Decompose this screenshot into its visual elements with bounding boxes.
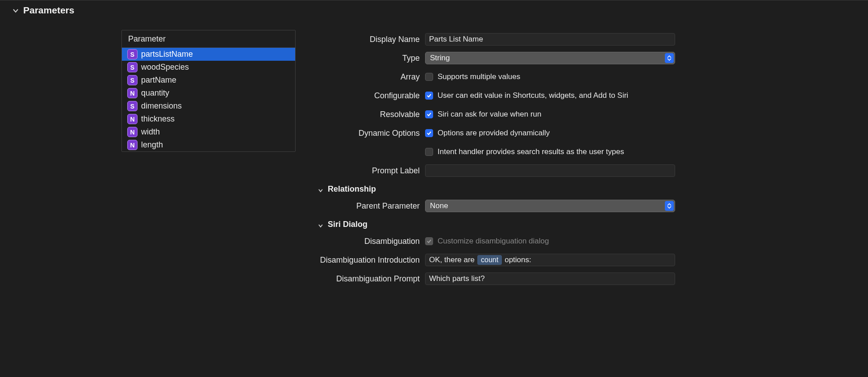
disambiguation-intro-pre: OK, there are bbox=[429, 256, 475, 264]
relationship-subsection-header[interactable]: Relationship bbox=[318, 180, 831, 197]
configurable-checkbox-label: User can edit value in Shortcuts, widget… bbox=[438, 91, 628, 100]
disambiguation-prompt-label: Disambiguation Prompt bbox=[318, 274, 425, 284]
display-name-input[interactable]: Parts List Name bbox=[425, 33, 675, 46]
select-stepper-icon bbox=[665, 201, 674, 211]
type-badge-icon: S bbox=[127, 101, 138, 111]
parameter-row-woodSpecies[interactable]: SwoodSpecies bbox=[122, 61, 295, 74]
disambiguation-prompt-input[interactable]: Which parts list? bbox=[425, 272, 675, 285]
parameter-row-dimensions[interactable]: Sdimensions bbox=[122, 100, 295, 113]
type-badge-icon: N bbox=[127, 114, 138, 124]
type-badge-icon: S bbox=[127, 49, 138, 59]
parameter-row-partsListName[interactable]: SpartsListName bbox=[122, 48, 295, 61]
type-badge-icon: N bbox=[127, 127, 138, 137]
parameter-name: woodSpecies bbox=[141, 63, 189, 72]
parameter-list: Parameter SpartsListNameSwoodSpeciesSpar… bbox=[121, 30, 296, 152]
parent-parameter-value: None bbox=[430, 201, 448, 210]
parameter-row-length[interactable]: Nlength bbox=[122, 138, 295, 151]
parameter-name: quantity bbox=[141, 88, 169, 98]
disambiguation-intro-label: Disambiguation Introduction bbox=[318, 256, 425, 265]
chevron-down-icon bbox=[318, 187, 323, 192]
dynamic-options-checkbox-label: Options are provided dynamically bbox=[438, 129, 550, 138]
configurable-checkbox[interactable] bbox=[425, 92, 433, 100]
relationship-title: Relationship bbox=[328, 184, 376, 194]
parameter-name: length bbox=[141, 140, 163, 150]
parameter-row-quantity[interactable]: Nquantity bbox=[122, 87, 295, 100]
array-checkbox-label: Supports multiple values bbox=[438, 72, 520, 81]
parameter-name: thickness bbox=[141, 114, 175, 124]
disambiguation-intro-post: options: bbox=[505, 256, 531, 264]
parameter-row-thickness[interactable]: Nthickness bbox=[122, 113, 295, 126]
parameter-name: partsListName bbox=[141, 50, 193, 59]
disambiguation-checkbox bbox=[425, 237, 433, 245]
disambiguation-prompt-value: Which parts list? bbox=[429, 274, 485, 283]
siri-dialog-title: Siri Dialog bbox=[328, 220, 367, 229]
disambiguation-label: Disambiguation bbox=[318, 237, 425, 246]
parameter-list-header: Parameter bbox=[122, 30, 295, 48]
type-badge-icon: S bbox=[127, 75, 138, 85]
chevron-down-icon bbox=[13, 7, 19, 13]
siri-dialog-subsection-header[interactable]: Siri Dialog bbox=[318, 215, 831, 232]
chevron-down-icon bbox=[318, 222, 323, 227]
prompt-label-input[interactable] bbox=[425, 164, 675, 177]
parameter-name: width bbox=[141, 127, 160, 137]
dynamic-options-label: Dynamic Options bbox=[318, 129, 425, 138]
array-label: Array bbox=[318, 72, 425, 82]
resolvable-checkbox-label: Siri can ask for value when run bbox=[438, 110, 541, 119]
configurable-label: Configurable bbox=[318, 91, 425, 101]
type-badge-icon: N bbox=[127, 88, 138, 98]
prompt-label-label: Prompt Label bbox=[318, 166, 425, 176]
array-checkbox[interactable] bbox=[425, 73, 433, 81]
parameter-row-partName[interactable]: SpartName bbox=[122, 74, 295, 87]
display-name-value: Parts List Name bbox=[429, 35, 483, 44]
parameter-detail-form: Display Name Parts List Name Type String bbox=[296, 30, 831, 288]
dynamic-options-checkbox[interactable] bbox=[425, 129, 433, 137]
section-title: Parameters bbox=[23, 5, 74, 16]
type-label: Type bbox=[318, 54, 425, 63]
type-select[interactable]: String bbox=[425, 52, 675, 64]
parent-parameter-select[interactable]: None bbox=[425, 200, 675, 212]
resolvable-label: Resolvable bbox=[318, 110, 425, 119]
select-stepper-icon bbox=[665, 53, 674, 63]
disambiguation-intro-input[interactable]: OK, there are count options: bbox=[425, 254, 675, 266]
disambiguation-checkbox-label: Customize disambiguation dialog bbox=[438, 237, 549, 246]
type-badge-icon: S bbox=[127, 62, 138, 72]
resolvable-checkbox[interactable] bbox=[425, 110, 433, 118]
parent-parameter-label: Parent Parameter bbox=[318, 201, 425, 211]
type-value: String bbox=[430, 54, 450, 63]
parameter-row-width[interactable]: Nwidth bbox=[122, 126, 295, 138]
parameters-section-header[interactable]: Parameters bbox=[0, 0, 868, 16]
disambiguation-intro-token-count[interactable]: count bbox=[477, 255, 502, 265]
parameter-name: dimensions bbox=[141, 101, 182, 111]
dynamic-search-checkbox[interactable] bbox=[425, 148, 433, 156]
parameter-name: partName bbox=[141, 75, 176, 85]
display-name-label: Display Name bbox=[318, 35, 425, 44]
type-badge-icon: N bbox=[127, 140, 138, 150]
dynamic-search-checkbox-label: Intent handler provides search results a… bbox=[438, 147, 624, 156]
